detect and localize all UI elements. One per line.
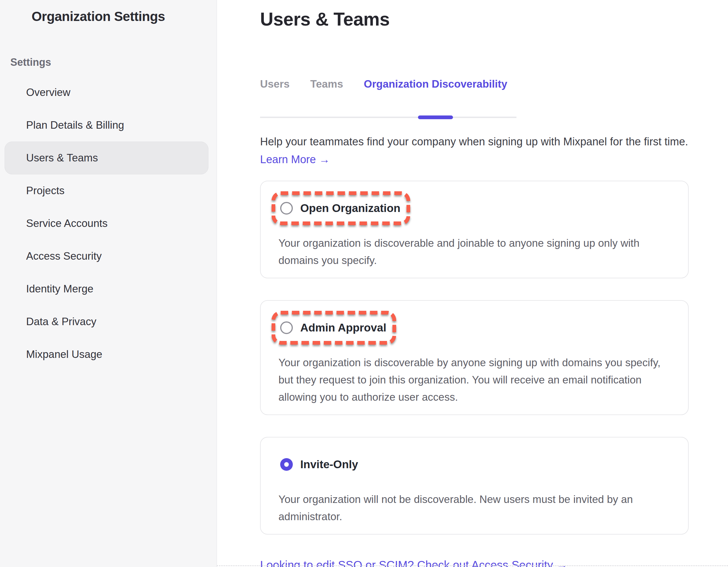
sidebar-nav: Overview Plan Details & Billing Users & … bbox=[0, 76, 216, 371]
sidebar-item-mixpanel-usage[interactable]: Mixpanel Usage bbox=[5, 338, 208, 371]
option-card-admin-approval: Admin Approval Your organization is disc… bbox=[260, 300, 689, 415]
bottom-divider bbox=[217, 565, 728, 566]
option-label: Invite-Only bbox=[300, 458, 358, 471]
option-open-organization[interactable]: Open Organization bbox=[280, 199, 400, 217]
sidebar-title: Organization Settings bbox=[32, 9, 216, 24]
option-admin-approval[interactable]: Admin Approval bbox=[280, 319, 386, 337]
sidebar-item-service-accounts[interactable]: Service Accounts bbox=[5, 207, 208, 240]
radio-invite-only[interactable] bbox=[280, 458, 293, 471]
sidebar-item-plan-details-billing[interactable]: Plan Details & Billing bbox=[5, 109, 208, 142]
sidebar-item-access-security[interactable]: Access Security bbox=[5, 240, 208, 272]
tab-bar: Users Teams Organization Discoverability bbox=[260, 78, 516, 118]
option-description: Your organization is discoverable and jo… bbox=[278, 235, 678, 269]
option-description: Your organization will not be discoverab… bbox=[278, 491, 678, 525]
sidebar-item-data-privacy[interactable]: Data & Privacy bbox=[5, 305, 208, 338]
tab-organization-discoverability[interactable]: Organization Discoverability bbox=[364, 78, 507, 117]
sidebar-item-users-teams[interactable]: Users & Teams bbox=[5, 142, 208, 174]
tab-teams[interactable]: Teams bbox=[310, 78, 343, 117]
option-card-open-organization: Open Organization Your organization is d… bbox=[260, 181, 689, 278]
sidebar-item-overview[interactable]: Overview bbox=[5, 76, 208, 109]
tab-users[interactable]: Users bbox=[260, 78, 290, 117]
option-description: Your organization is discoverable by any… bbox=[278, 354, 678, 406]
page-title: Users & Teams bbox=[260, 9, 719, 30]
radio-open-organization[interactable] bbox=[280, 202, 293, 214]
option-invite-only[interactable]: Invite-Only bbox=[280, 455, 358, 474]
option-label: Admin Approval bbox=[300, 322, 386, 334]
sidebar-section-label: Settings bbox=[10, 56, 216, 68]
intro-text: Help your teammates find your company wh… bbox=[260, 134, 719, 149]
option-card-invite-only: Invite-Only Your organization will not b… bbox=[260, 437, 689, 535]
main-content: Users & Teams Users Teams Organization D… bbox=[217, 0, 728, 567]
sidebar-item-projects[interactable]: Projects bbox=[5, 174, 208, 207]
learn-more-link[interactable]: Learn More → bbox=[260, 153, 330, 166]
learn-more-label: Learn More bbox=[260, 153, 316, 165]
settings-sidebar: Organization Settings Settings Overview … bbox=[0, 0, 217, 567]
arrow-right-icon: → bbox=[319, 153, 330, 165]
sidebar-item-identity-merge[interactable]: Identity Merge bbox=[5, 272, 208, 305]
radio-admin-approval[interactable] bbox=[280, 322, 293, 334]
option-label: Open Organization bbox=[300, 202, 400, 214]
